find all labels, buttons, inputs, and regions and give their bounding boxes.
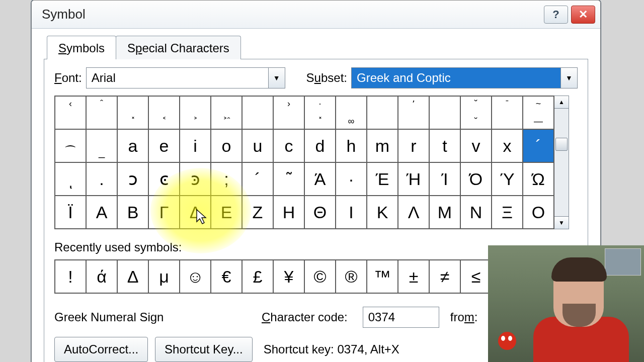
from-label: from: xyxy=(450,310,478,324)
symbol-cell[interactable]: t xyxy=(429,129,460,162)
font-combo[interactable]: Arial ▼ xyxy=(86,67,285,88)
symbol-cell[interactable]: ˆ xyxy=(86,96,117,129)
symbol-cell[interactable]: ~— xyxy=(523,96,554,129)
chevron-down-icon: ▼ xyxy=(268,68,285,88)
symbol-cell[interactable]: _ xyxy=(86,129,117,162)
symbol-cell[interactable]: m xyxy=(367,129,398,162)
recent-symbol-cell[interactable]: ® xyxy=(336,260,367,293)
symbol-cell[interactable]: · xyxy=(336,162,367,196)
help-button[interactable]: ? xyxy=(544,6,568,24)
symbol-grid: ‹ˆ˟˂˃˃ˆ›·˟∞ʼ˘˘ˉ~—⁀_aeioucdhmrtvx´ͺ.ͻͼͽ;´… xyxy=(54,96,554,229)
symbol-cell[interactable]: Ε xyxy=(211,196,242,229)
symbol-cell[interactable]: Κ xyxy=(367,196,398,229)
autocorrect-button[interactable]: AutoCorrect... xyxy=(54,337,148,362)
symbol-cell[interactable]: i xyxy=(180,129,211,162)
symbol-cell[interactable]: Β xyxy=(117,196,148,229)
symbol-cell[interactable]: Ξ xyxy=(492,196,523,229)
symbol-cell[interactable]: . xyxy=(86,162,117,196)
char-code-input[interactable] xyxy=(363,307,439,328)
shortcut-key-button[interactable]: Shortcut Key... xyxy=(155,337,253,362)
symbol-cell[interactable]: Ν xyxy=(460,196,492,229)
symbol-cell[interactable]: ´ xyxy=(242,162,273,196)
symbol-cell[interactable]: Ο xyxy=(523,196,554,229)
symbol-cell[interactable]: Ή xyxy=(398,162,429,196)
close-button[interactable]: ✕ xyxy=(571,6,595,24)
symbol-cell[interactable]: ; xyxy=(211,162,242,196)
recent-symbol-cell[interactable]: ☺ xyxy=(180,260,211,293)
symbol-cell[interactable]: Μ xyxy=(429,196,460,229)
symbol-cell[interactable]: Ό xyxy=(460,162,492,196)
symbol-cell[interactable] xyxy=(367,96,398,129)
symbol-cell[interactable]: Ϊ xyxy=(55,196,86,229)
symbol-cell[interactable]: Ζ xyxy=(242,196,273,229)
subset-combo[interactable]: Greek and Coptic ▼ xyxy=(351,67,578,88)
recent-symbol-cell[interactable]: © xyxy=(304,260,336,293)
symbol-cell[interactable]: ⁀ xyxy=(55,129,86,162)
recent-symbol-cell[interactable]: ≠ xyxy=(429,260,460,293)
symbol-cell[interactable]: a xyxy=(117,129,148,162)
symbol-cell[interactable]: Δ xyxy=(180,196,211,229)
symbol-cell[interactable]: ˂ xyxy=(148,96,180,129)
symbol-cell[interactable]: ͽ xyxy=(180,162,211,196)
symbol-cell[interactable]: › xyxy=(273,96,304,129)
recent-symbol-cell[interactable]: ± xyxy=(398,260,429,293)
symbol-cell[interactable]: Ί xyxy=(429,162,460,196)
titlebar: Symbol ? ✕ xyxy=(32,1,600,29)
recent-symbol-cell[interactable]: € xyxy=(211,260,242,293)
symbol-cell[interactable]: Η xyxy=(273,196,304,229)
symbol-cell[interactable]: d xyxy=(304,129,336,162)
recent-symbol-cell[interactable]: £ xyxy=(242,260,273,293)
recent-symbol-cell[interactable]: ¥ xyxy=(273,260,304,293)
symbol-cell[interactable]: ˃ˆ xyxy=(211,96,242,129)
font-value: Arial xyxy=(87,68,268,88)
subset-label: Subset: xyxy=(306,71,347,85)
recent-symbol-cell[interactable]: ™ xyxy=(367,260,398,293)
symbol-cell[interactable]: Ύ xyxy=(492,162,523,196)
symbol-cell[interactable]: ʼ xyxy=(398,96,429,129)
symbol-cell[interactable]: Α xyxy=(86,196,117,229)
symbol-cell[interactable]: ˘˘ xyxy=(460,96,492,129)
symbol-cell[interactable]: ˉ xyxy=(492,96,523,129)
recent-symbol-cell[interactable]: ! xyxy=(55,260,86,293)
symbol-cell[interactable]: h xyxy=(336,129,367,162)
symbol-cell[interactable]: x xyxy=(492,129,523,162)
scroll-up-icon[interactable]: ▲ xyxy=(554,96,569,109)
symbol-cell[interactable]: Ά xyxy=(304,162,336,196)
symbol-cell[interactable]: e xyxy=(148,129,180,162)
symbol-cell[interactable]: ͼ xyxy=(148,162,180,196)
symbol-cell[interactable]: ´ xyxy=(523,129,554,162)
recent-symbol-cell[interactable]: ά xyxy=(86,260,117,293)
symbol-cell[interactable] xyxy=(242,96,273,129)
symbol-cell[interactable]: ˃ xyxy=(180,96,211,129)
recent-symbol-cell[interactable]: μ xyxy=(148,260,180,293)
tab-symbols[interactable]: Symbols xyxy=(47,36,116,59)
symbol-cell[interactable]: ˟ xyxy=(117,96,148,129)
scroll-thumb[interactable] xyxy=(555,138,568,151)
symbol-cell[interactable]: c xyxy=(273,129,304,162)
symbol-cell[interactable]: Γ xyxy=(148,196,180,229)
symbol-cell[interactable]: ͻ xyxy=(117,162,148,196)
scroll-down-icon[interactable]: ▼ xyxy=(554,216,569,229)
symbol-cell[interactable]: o xyxy=(211,129,242,162)
symbol-cell[interactable]: Ώ xyxy=(523,162,554,196)
symbol-cell[interactable]: ·˟ xyxy=(304,96,336,129)
grid-scrollbar[interactable]: ▲ ▼ xyxy=(554,96,569,229)
symbol-cell[interactable]: ͺ xyxy=(55,162,86,196)
symbol-cell[interactable]: v xyxy=(460,129,492,162)
symbol-cell[interactable]: Λ xyxy=(398,196,429,229)
symbol-cell[interactable]: Έ xyxy=(367,162,398,196)
symbol-cell[interactable] xyxy=(429,96,460,129)
symbol-cell[interactable]: u xyxy=(242,129,273,162)
symbol-cell[interactable]: ∞ xyxy=(336,96,367,129)
scroll-track[interactable] xyxy=(554,109,569,216)
dialog-title: Symbol xyxy=(42,7,86,22)
symbol-cell[interactable]: r xyxy=(398,129,429,162)
recent-symbol-cell[interactable]: Δ xyxy=(117,260,148,293)
symbol-cell[interactable]: ‹ xyxy=(55,96,86,129)
symbol-cell[interactable]: Ι xyxy=(336,196,367,229)
tab-special-characters[interactable]: Special Characters xyxy=(116,36,241,59)
recent-symbol-cell[interactable]: ≤ xyxy=(460,260,492,293)
symbol-cell[interactable]: Θ xyxy=(304,196,336,229)
symbol-cell[interactable]: ῀ xyxy=(273,162,304,196)
webcam-overlay xyxy=(488,245,644,362)
